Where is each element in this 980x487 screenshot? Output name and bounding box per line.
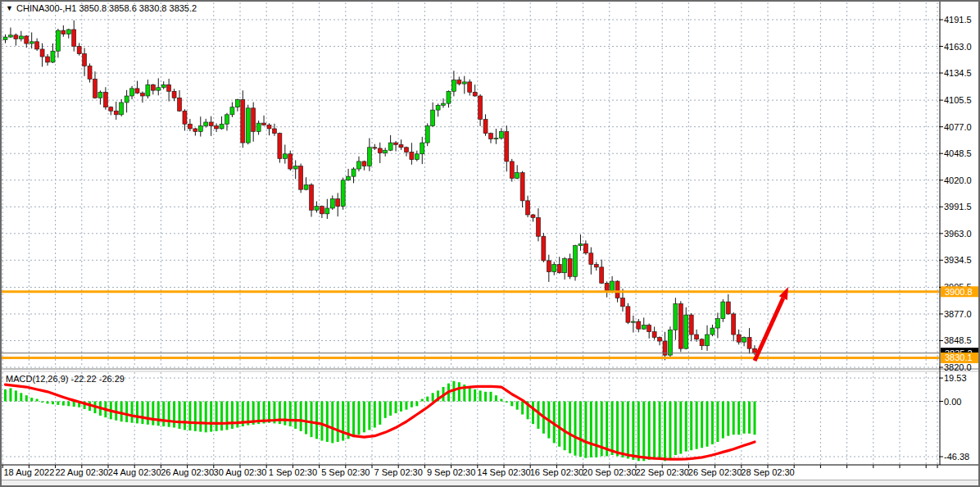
candle-up[interactable]: [125, 96, 129, 102]
candle-up[interactable]: [161, 84, 166, 87]
candle-up[interactable]: [631, 321, 635, 322]
candle-down[interactable]: [151, 84, 155, 90]
candle-up[interactable]: [66, 30, 70, 34]
candle-down[interactable]: [737, 335, 741, 342]
candle-down[interactable]: [14, 35, 18, 39]
candle-down[interactable]: [510, 162, 514, 179]
candle-down[interactable]: [46, 57, 50, 62]
candle-up[interactable]: [130, 89, 134, 96]
candle-down[interactable]: [536, 217, 540, 236]
candle-up[interactable]: [420, 143, 424, 154]
candle-down[interactable]: [678, 303, 683, 348]
candle-up[interactable]: [98, 92, 102, 98]
candle-down[interactable]: [241, 100, 245, 143]
candle-up[interactable]: [283, 154, 287, 159]
candle-down[interactable]: [72, 30, 76, 47]
candle-up[interactable]: [256, 123, 261, 131]
candle-down[interactable]: [40, 49, 44, 57]
candle-down[interactable]: [252, 108, 256, 132]
candle-up[interactable]: [347, 176, 351, 180]
candle-up[interactable]: [388, 143, 392, 150]
candle-up[interactable]: [451, 80, 456, 92]
candle-down[interactable]: [193, 129, 197, 131]
candle-up[interactable]: [610, 281, 615, 290]
candle-up[interactable]: [574, 246, 578, 277]
candle-up[interactable]: [431, 110, 435, 125]
candle-up[interactable]: [235, 100, 239, 107]
candle-down[interactable]: [600, 267, 604, 283]
candle-up[interactable]: [120, 102, 124, 115]
candle-up[interactable]: [442, 103, 446, 105]
candle-up[interactable]: [715, 319, 719, 328]
candle-down[interactable]: [594, 264, 598, 266]
candle-down[interactable]: [473, 92, 477, 96]
candle-up[interactable]: [425, 126, 429, 143]
candle-down[interactable]: [747, 337, 751, 348]
candle-down[interactable]: [526, 201, 530, 215]
candle-down[interactable]: [583, 244, 588, 253]
candle-down[interactable]: [547, 261, 551, 272]
candle-down[interactable]: [637, 321, 641, 329]
candle-down[interactable]: [336, 199, 340, 207]
candle-up[interactable]: [230, 107, 234, 115]
candle-down[interactable]: [93, 79, 97, 98]
candle-down[interactable]: [262, 123, 266, 125]
candle-down[interactable]: [589, 253, 593, 265]
candle-down[interactable]: [299, 166, 303, 190]
candle-down[interactable]: [542, 236, 546, 261]
candle-down[interactable]: [695, 335, 699, 339]
price-chart-canvas[interactable]: 4191.54163.04134.54105.54077.04048.54020…: [0, 0, 980, 487]
candle-up[interactable]: [157, 88, 161, 90]
candle-down[interactable]: [620, 298, 624, 307]
candle-down[interactable]: [362, 162, 366, 166]
candle-down[interactable]: [215, 126, 219, 129]
candle-up[interactable]: [552, 264, 556, 271]
candle-down[interactable]: [568, 259, 572, 277]
candle-up[interactable]: [246, 108, 250, 143]
candle-up[interactable]: [642, 325, 646, 330]
candle-up[interactable]: [499, 131, 503, 138]
candle-down[interactable]: [479, 96, 483, 120]
candle-down[interactable]: [77, 47, 81, 54]
candle-down[interactable]: [404, 148, 408, 152]
candle-down[interactable]: [557, 264, 561, 272]
candle-up[interactable]: [51, 51, 55, 62]
candle-down[interactable]: [267, 125, 271, 129]
candle-up[interactable]: [198, 126, 202, 132]
candle-up[interactable]: [563, 259, 567, 273]
candle-down[interactable]: [605, 283, 609, 290]
candle-down[interactable]: [700, 339, 704, 346]
candle-down[interactable]: [726, 302, 730, 314]
candle-up[interactable]: [578, 244, 583, 245]
candle-down[interactable]: [209, 122, 213, 126]
candle-up[interactable]: [684, 315, 688, 348]
candle-down[interactable]: [732, 314, 736, 335]
candle-down[interactable]: [488, 134, 492, 139]
candle-down[interactable]: [35, 42, 39, 49]
candle-down[interactable]: [626, 307, 630, 322]
candle-down[interactable]: [394, 143, 398, 144]
candle-up[interactable]: [341, 180, 345, 207]
candle-up[interactable]: [8, 35, 12, 37]
candle-down[interactable]: [135, 89, 139, 93]
candle-down[interactable]: [752, 348, 756, 353]
candle-up[interactable]: [674, 303, 678, 330]
candle-up[interactable]: [494, 138, 498, 139]
candle-up[interactable]: [436, 105, 440, 110]
candle-up[interactable]: [56, 30, 60, 51]
candle-down[interactable]: [483, 120, 488, 134]
candle-up[interactable]: [710, 328, 715, 335]
candle-down[interactable]: [320, 207, 324, 214]
candle-down[interactable]: [272, 129, 276, 134]
candle-up[interactable]: [462, 82, 466, 84]
candle-down[interactable]: [647, 325, 651, 332]
candle-down[interactable]: [505, 131, 509, 162]
candle-down[interactable]: [103, 92, 107, 107]
candle-up[interactable]: [367, 148, 371, 166]
candle-down[interactable]: [410, 152, 414, 159]
candle-down[interactable]: [658, 337, 662, 341]
candle-down[interactable]: [531, 215, 535, 217]
candle-down[interactable]: [61, 30, 66, 34]
symbol-dropdown-icon[interactable]: ▼: [6, 4, 13, 12]
candle-down[interactable]: [378, 148, 382, 153]
